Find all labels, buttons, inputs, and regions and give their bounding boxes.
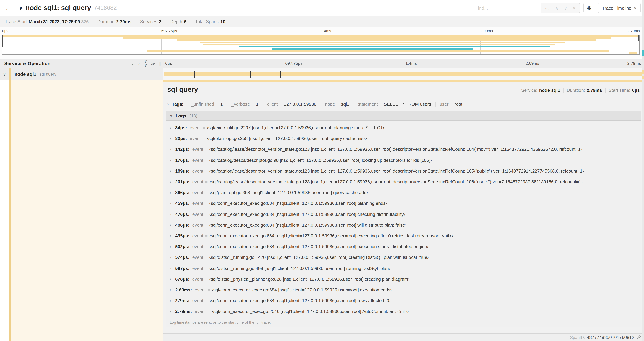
log-timestamp: 486μs: [175, 222, 190, 228]
log-timestamp: 502μs: [175, 244, 190, 249]
logs-header[interactable]: ∨ Logs (18) [166, 111, 641, 121]
trace-view-dropdown[interactable]: Trace Timeline ∨ [598, 3, 640, 13]
keyboard-shortcuts-button[interactable]: ⌘ [584, 3, 594, 13]
log-marker-tick [626, 71, 626, 78]
tags-row[interactable]: › Tags: _unfinished=1 _verbose=1 client=… [166, 100, 641, 108]
tag-key: _unfinished [191, 101, 214, 107]
span-row-name-column[interactable]: ∨ node sql1 sql query [0, 68, 164, 80]
log-value: ‹sql/conn_executor_exec.go:684 [nsql1,cl… [209, 222, 406, 228]
log-key: event [192, 168, 203, 174]
log-entry-row[interactable]: ›476μs:event=‹sql/conn_executor_exec.go:… [166, 209, 641, 220]
equals-sign: = [205, 147, 208, 152]
expand-all-icon[interactable]: ≫ [151, 61, 156, 66]
log-key: event [192, 276, 203, 281]
prev-match-icon[interactable]: ∧ [555, 5, 558, 11]
minimap-span-bar [200, 42, 565, 43]
detail-left-border [1, 80, 2, 341]
log-entry-row[interactable]: ›486μs:event=‹sql/conn_executor_exec.go:… [166, 220, 641, 230]
log-entry-row[interactable]: ›2.79ms:event=‹sql/conn_executor_exec.go… [166, 306, 641, 317]
timeline-tick: 0μs [165, 61, 172, 66]
log-entry-row[interactable]: ›678μs:event=‹sql/distsql_physical_plann… [166, 274, 641, 284]
timeline-gridline [284, 59, 284, 68]
log-entry-row[interactable]: ›176μs:event=‹sql/catalog/descs/descript… [166, 155, 641, 165]
log-event: event=‹sql/conn_executor_exec.go:684 [ns… [195, 287, 392, 292]
log-entry-row[interactable]: ›189μs:event=‹sql/catalog/lease/descript… [166, 166, 641, 176]
log-event: event=‹sql/catalog/lease/descriptor_vers… [192, 147, 582, 152]
equals-sign: = [450, 101, 453, 107]
log-entry-row[interactable]: ›2.69ms:event=‹sql/conn_executor_exec.go… [166, 284, 641, 295]
tag-value: 1 [220, 101, 223, 107]
app-header: ← ∨ node sql1: sql query 7418682 ◎ ∧ ∨ ×… [0, 0, 644, 16]
link-icon[interactable] [637, 335, 641, 339]
log-entry-row[interactable]: ›502μs:event=‹sql/conn_executor_exec.go:… [166, 241, 641, 252]
log-event: event=‹sql/distsql_running.go:1420 [nsql… [192, 255, 429, 260]
chevron-right-icon: › [170, 169, 174, 173]
minimap-canvas[interactable] [2, 35, 640, 55]
log-key: event [192, 212, 203, 217]
column-resizer-grip[interactable]: ∥ [159, 61, 161, 66]
log-marker-tick [628, 71, 628, 78]
minimap-right-scrubber[interactable] [638, 35, 640, 41]
timeline-gridline [524, 59, 524, 68]
find-input[interactable] [472, 3, 541, 13]
log-entry-row[interactable]: ›459μs:event=‹sql/conn_executor_exec.go:… [166, 198, 641, 209]
expand-one-icon[interactable]: › [138, 61, 140, 66]
equals-sign: = [208, 309, 210, 314]
span-duration-bar[interactable] [164, 72, 643, 76]
log-marker-tick [280, 71, 281, 78]
chevron-right-icon: › [170, 212, 174, 217]
chevron-right-icon: › [170, 125, 174, 130]
log-entry-row[interactable]: ›142μs:event=‹sql/catalog/lease/descript… [166, 144, 641, 155]
clear-find-icon[interactable]: × [573, 5, 576, 11]
collapse-children-chevron-icon[interactable]: ∨ [0, 72, 9, 76]
log-key: event [195, 309, 206, 314]
log-entry-row[interactable]: ›2.7ms:event=‹sql/conn_executor_exec.go:… [166, 295, 641, 306]
equals-sign: = [205, 244, 208, 249]
minimap-tick: 2.09ms [480, 29, 493, 33]
log-key: event [192, 298, 203, 303]
log-entry-row[interactable]: ›495μs:event=‹sql/conn_executor_exec.go:… [166, 230, 641, 241]
chevron-right-icon: › [170, 244, 174, 249]
span-row-node-sql1[interactable]: ∨ node sql1 sql query [0, 68, 644, 80]
log-entry-row[interactable]: ›34μs:event=‹sql/exec_util.go:2297 [nsql… [166, 122, 641, 133]
collapse-trace-chevron-icon[interactable]: ∨ [19, 5, 23, 11]
log-entry-row[interactable]: ›597μs:event=‹sql/distsql_running.go:498… [166, 263, 641, 274]
log-entry-row[interactable]: ›80μs:event=‹sql/plan_opt.go:358 [nsql1,… [166, 133, 641, 144]
log-key: event [192, 201, 203, 206]
log-marker-tick [243, 71, 243, 78]
log-entry-row[interactable]: ›366μs:event=‹sql/plan_opt.go:358 [nsql1… [166, 187, 641, 198]
tags-label: Tags: [172, 101, 184, 107]
log-key: event [192, 255, 203, 260]
focus-match-icon[interactable]: ◎ [545, 5, 550, 11]
minimap-span-bar [123, 37, 611, 39]
equals-sign: = [205, 298, 208, 303]
next-match-icon[interactable]: ∨ [564, 5, 567, 11]
tag-value: SELECT * FROM users [384, 101, 431, 107]
equals-sign: = [337, 101, 339, 107]
tag-item: node=sql1 [320, 101, 354, 107]
summary-value-suffix: .326 [80, 19, 89, 24]
service-color-accent [9, 68, 12, 80]
log-entry-row[interactable]: ›574μs:event=‹sql/distsql_running.go:142… [166, 252, 641, 263]
span-detail-zone: sql query Service: node sql1 Duration: 2… [0, 80, 644, 341]
log-value: ‹sql/catalog/lease/descriptor_version_st… [209, 168, 584, 174]
minimap-left-scrubber[interactable] [2, 35, 3, 48]
log-timestamp: 2.79ms: [175, 309, 192, 314]
equals-sign: = [205, 190, 208, 195]
log-entry-row[interactable]: ›201μs:event=‹sql/catalog/lease/descript… [166, 176, 641, 187]
timeline-ticks-header: 0μs 697.75μs 1.4ms 2.09ms 2.79ms [164, 59, 644, 68]
minimap-span-bar [203, 44, 555, 45]
span-row-timeline[interactable] [164, 68, 644, 80]
back-arrow-icon[interactable]: ← [5, 4, 16, 12]
chevron-down-icon: ∨ [144, 60, 147, 63]
collapse-one-icon[interactable]: ∨ [131, 61, 134, 66]
collapse-all-icon[interactable]: ∨∨ [144, 60, 147, 67]
timeline-tick: 1.4ms [406, 61, 417, 66]
chevron-right-icon: › [170, 309, 174, 314]
logs-count: (18) [190, 113, 197, 118]
log-key: event [190, 136, 201, 141]
meta-value: 0μs [632, 88, 640, 93]
equals-sign: = [205, 201, 208, 206]
equals-sign: = [380, 101, 382, 107]
detail-right-column: sql query Service: node sql1 Duration: 2… [164, 80, 644, 341]
